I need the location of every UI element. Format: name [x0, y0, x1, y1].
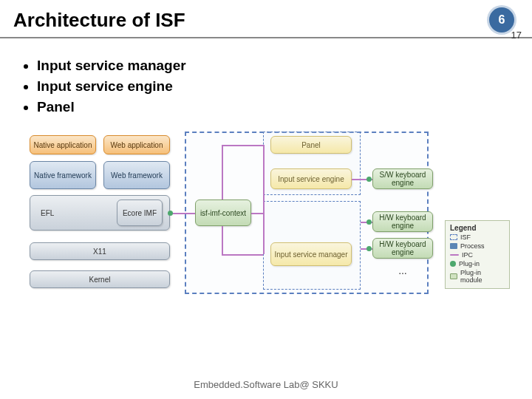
legend-panel: Legend ISF Process IPC Plug-in Plug-in m…	[445, 220, 510, 289]
plugin-dot-icon	[366, 219, 372, 225]
legend-swatch-plugin-module-icon	[450, 273, 457, 279]
connector-line	[170, 213, 195, 214]
legend-label: ISF	[460, 233, 471, 241]
box-web-framework: Web framework	[103, 161, 170, 189]
legend-swatch-isf-icon	[450, 234, 457, 240]
isf-subgroup-ism	[263, 201, 361, 290]
legend-label: Plug-in	[459, 260, 480, 267]
connector-line	[222, 254, 263, 256]
connector-line	[263, 145, 265, 254]
plugin-dot-icon	[366, 177, 372, 182]
box-native-application: Native application	[30, 135, 96, 154]
box-kernel: Kernel	[30, 270, 170, 288]
box-sw-keyboard-engine: S/W keyboard engine	[372, 168, 433, 189]
footer-text: Embedded.Software Lab@ SKKU	[0, 379, 532, 390]
legend-swatch-plugin-icon	[450, 261, 456, 267]
bullet-item: Input service engine	[37, 78, 510, 95]
page-number-total: 17	[511, 30, 522, 41]
box-web-application: Web application	[103, 135, 170, 154]
connector-line	[222, 226, 223, 256]
box-hw-keyboard-engine-2: H/W keyboard engine	[372, 238, 433, 259]
connector-line	[222, 145, 223, 200]
legend-label: Plug-in module	[460, 269, 505, 284]
legend-swatch-process-icon	[450, 243, 457, 249]
architecture-diagram: Native application Web application Nativ…	[22, 132, 510, 346]
box-native-framework: Native framework	[30, 161, 96, 189]
connector-line	[222, 145, 263, 146]
page-title: Architecture of ISF	[13, 9, 489, 32]
box-ellipsis: …	[372, 265, 433, 279]
isf-subgroup-panel-ise	[263, 132, 361, 195]
legend-label: IPC	[462, 251, 473, 259]
bullet-item: Input service manager	[37, 58, 510, 74]
bullet-list: Input service manager Input service engi…	[0, 38, 532, 127]
connector-line	[251, 213, 263, 214]
box-isf-imf-context: isf-imf-context	[195, 200, 251, 226]
legend-label: Process	[460, 242, 485, 250]
bullet-item: Panel	[37, 99, 510, 115]
box-hw-keyboard-engine-1: H/W keyboard engine	[372, 211, 433, 232]
box-x11: X11	[30, 242, 170, 260]
plugin-dot-icon	[168, 211, 173, 216]
page-number-current: 6	[489, 7, 514, 33]
plugin-dot-icon	[366, 246, 372, 251]
box-ecore-imf: Ecore IMF	[117, 200, 163, 226]
legend-title: Legend	[450, 224, 505, 232]
legend-swatch-ipc-icon	[450, 254, 459, 256]
